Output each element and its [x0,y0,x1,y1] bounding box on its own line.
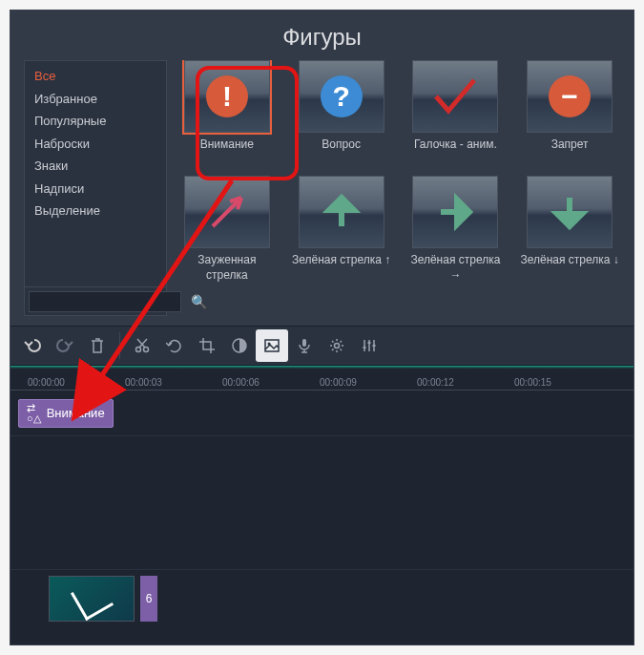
cut-button[interactable] [126,329,158,362]
shape-thin-arrow[interactable]: Зауженная стрелка [177,176,278,283]
overlay-track[interactable]: ⇄○△ Внимание [10,391,634,436]
shape-question[interactable]: ? Вопрос [291,60,392,166]
check-icon [431,73,479,120]
category-captions[interactable]: Надписи [25,178,166,201]
minus-icon: − [549,75,591,117]
timeline[interactable]: 00:00:00 00:00:03 00:00:06 00:00:09 00:0… [10,366,634,644]
shape-library-panel: Фигуры Все Избранное Популярные Наброски… [10,11,634,326]
undo-button[interactable] [16,329,49,362]
shape-grid: ! Внимание ? Вопрос Галочка - аним. − За… [177,60,620,316]
image-button[interactable] [256,329,288,362]
category-sketches[interactable]: Наброски [25,133,166,156]
svg-rect-9 [373,345,376,347]
redo-button[interactable] [49,329,81,362]
arrow-right-icon [431,188,479,236]
shape-checkmark[interactable]: Галочка - аним. [405,60,507,166]
shape-green-arrow-down[interactable]: Зелёная стрелка ↓ [519,176,620,283]
shape-attention[interactable]: ! Внимание [177,60,278,166]
arrow-up-icon [318,188,365,236]
timeline-toolbar [10,326,634,366]
category-list: Все Избранное Популярные Наброски Знаки … [25,61,166,286]
category-signs[interactable]: Знаки [25,155,166,178]
category-sidebar: Все Избранное Популярные Наброски Знаки … [24,60,167,316]
crop-button[interactable] [191,329,223,362]
category-highlight[interactable]: Выделение [25,200,166,222]
category-popular[interactable]: Популярные [25,110,166,133]
mic-button[interactable] [288,329,321,362]
equalizer-button[interactable] [353,329,385,362]
question-icon: ? [321,75,363,117]
shape-green-arrow-up[interactable]: Зелёная стрелка ↑ [291,176,392,283]
video-track[interactable]: 6 [10,570,634,627]
shape-forbidden[interactable]: − Запрет [519,60,620,166]
video-clip[interactable] [49,576,135,622]
overlay-clip[interactable]: ⇄○△ Внимание [18,399,114,428]
video-clip-extra[interactable]: 6 [140,576,157,622]
shape-green-arrow-right[interactable]: Зелёная стрелка → [405,176,507,283]
svg-rect-8 [368,342,371,344]
svg-point-6 [335,344,340,349]
time-ruler[interactable]: 00:00:00 00:00:03 00:00:06 00:00:09 00:0… [10,366,634,391]
category-favorites[interactable]: Избранное [25,88,166,111]
delete-button[interactable] [81,329,114,362]
exclaim-icon: ! [206,75,248,117]
clip-label: Внимание [47,406,105,420]
search-input[interactable] [29,291,181,312]
search-row: 🔍 [25,286,166,315]
thin-arrow-icon [203,188,251,236]
settings-button[interactable] [321,329,353,362]
contrast-button[interactable] [223,329,256,362]
svg-rect-7 [364,347,366,349]
library-title: Фигуры [24,18,620,60]
rotate-button[interactable] [158,329,191,362]
svg-rect-5 [302,339,306,347]
empty-track[interactable] [10,436,634,570]
category-all[interactable]: Все [25,65,166,88]
arrow-down-icon [546,188,593,236]
clip-icon: ⇄○△ [27,403,41,424]
